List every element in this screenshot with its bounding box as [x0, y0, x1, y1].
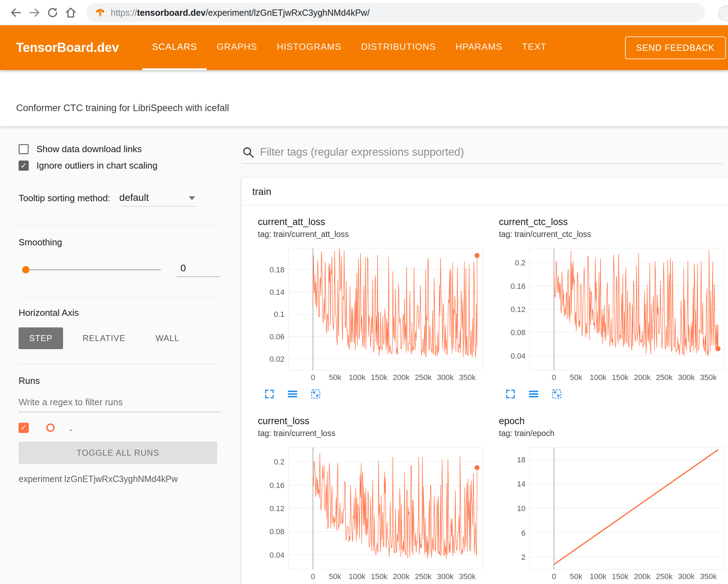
- x-tick-label: 0: [311, 572, 315, 581]
- y-tick-label: 6: [521, 529, 526, 537]
- tab-scalars[interactable]: SCALARS: [142, 25, 207, 70]
- y-tick-label: 0.1: [274, 310, 284, 319]
- chart-current_ctc_loss[interactable]: 0.040.080.120.160.2050k100k150k200k250k3…: [499, 245, 728, 383]
- send-feedback-button[interactable]: SEND FEEDBACK: [625, 36, 726, 59]
- y-tick-label: 0.2: [274, 457, 284, 466]
- run-color-circle-icon[interactable]: [46, 423, 55, 432]
- chart-toolbar: [258, 388, 495, 400]
- chart-current_att_loss[interactable]: 0.020.060.10.140.18050k100k150k200k250k3…: [258, 245, 488, 383]
- run-row: ✓ .: [19, 422, 221, 433]
- settings-sidebar: Show data download links ✓ Ignore outlie…: [0, 126, 231, 584]
- tooltip-sorting-value: default: [119, 192, 149, 203]
- toggle-all-runs-button[interactable]: TOGGLE ALL RUNS: [19, 442, 217, 464]
- x-tick-label: 0: [552, 373, 556, 382]
- chart-title: current_ctc_loss: [499, 217, 728, 228]
- url-path: /experiment/lzGnETjwRxC3yghNMd4kPw/: [206, 8, 370, 18]
- checkbox-checked-icon[interactable]: ✓: [19, 161, 29, 171]
- y-tick-label: 0.18: [269, 265, 284, 274]
- tab-hparams[interactable]: HPARAMS: [446, 25, 512, 70]
- expand-icon: [505, 388, 516, 400]
- chart-tag: tag: train/current_ctc_loss: [499, 230, 728, 239]
- x-tick-label: 150k: [371, 572, 388, 581]
- y-tick-label: 0.06: [269, 332, 284, 341]
- toggle-log-scale-button[interactable]: [527, 388, 540, 400]
- expand-chart-button[interactable]: [504, 388, 517, 400]
- chart-toolbar: [499, 388, 728, 400]
- home-button[interactable]: [62, 4, 80, 22]
- show-download-links-checkbox-row[interactable]: Show data download links: [19, 144, 221, 155]
- experiment-id-label: experiment lzGnETjwRxC3yghNMd4kPw: [19, 474, 221, 484]
- x-tick-label: 300k: [678, 572, 695, 581]
- chart-card-current_loss: current_losstag: train/current_loss0.040…: [258, 416, 495, 584]
- show-download-links-label: Show data download links: [36, 144, 142, 155]
- relative-axis-button[interactable]: RELATIVE: [72, 327, 136, 349]
- step-axis-button[interactable]: STEP: [19, 327, 63, 349]
- toggle-log-scale-button[interactable]: [286, 388, 299, 400]
- checkbox-unchecked-icon[interactable]: [19, 144, 29, 154]
- x-tick-label: 100k: [590, 572, 607, 581]
- expand-chart-button[interactable]: [263, 388, 276, 400]
- fit-domain-button[interactable]: [550, 388, 563, 400]
- browser-chrome: https://tensorboard.dev/experiment/lzGnE…: [0, 0, 728, 25]
- x-tick-label: 0: [311, 373, 315, 382]
- tab-graphs[interactable]: GRAPHS: [207, 25, 267, 70]
- final-point-dot[interactable]: [475, 253, 480, 258]
- x-tick-label: 50k: [570, 373, 582, 382]
- chart-card-epoch: epochtag: train/epoch26101418050k100k150…: [499, 416, 728, 584]
- experiment-title: Conformer CTC training for LibriSpeech w…: [16, 103, 229, 114]
- smoothing-value-field[interactable]: 0: [177, 263, 220, 277]
- fit-domain-button[interactable]: [309, 388, 322, 400]
- profile-avatar[interactable]: [718, 6, 728, 21]
- tab-distributions[interactable]: DISTRIBUTIONS: [351, 25, 446, 70]
- tag-group-title[interactable]: train: [242, 178, 728, 205]
- top-nav: SCALARS GRAPHS HISTOGRAMS DISTRIBUTIONS …: [142, 25, 556, 70]
- final-point-dot[interactable]: [716, 346, 721, 351]
- filter-tags-row: [242, 146, 722, 164]
- runs-filter-input[interactable]: [19, 397, 221, 412]
- smoothing-slider[interactable]: [23, 269, 161, 270]
- smoothing-slider-thumb[interactable]: [22, 266, 29, 273]
- back-button[interactable]: [7, 4, 25, 22]
- chart-current_loss[interactable]: 0.040.080.120.160.2050k100k150k200k250k3…: [258, 444, 488, 583]
- x-tick-label: 350k: [459, 572, 476, 581]
- x-tick-label: 50k: [570, 572, 582, 581]
- y-tick-label: 0.14: [269, 288, 284, 297]
- forward-button[interactable]: [25, 4, 43, 22]
- chart-tag: tag: train/current_att_loss: [258, 230, 495, 239]
- y-tick-label: 0.16: [269, 481, 284, 490]
- y-tick-label: 0.12: [510, 305, 526, 314]
- experiment-title-bar: Conformer CTC training for LibriSpeech w…: [0, 70, 728, 126]
- wall-axis-button[interactable]: WALL: [145, 327, 190, 349]
- charts-grid: current_att_losstag: train/current_att_l…: [242, 205, 728, 584]
- x-tick-label: 250k: [656, 572, 673, 581]
- chart-epoch[interactable]: 26101418050k100k150k200k250k300k350k: [499, 444, 728, 583]
- horizontal-axis-segmented: STEP RELATIVE WALL: [19, 327, 221, 349]
- run-checkbox-checked-icon[interactable]: ✓: [19, 423, 29, 433]
- y-tick-label: 0.2: [515, 258, 526, 267]
- fit-data-icon: [551, 388, 562, 400]
- chart-tag: tag: train/current_loss: [258, 429, 495, 438]
- tooltip-sorting-dropdown[interactable]: default: [119, 192, 197, 206]
- url-scheme: https://: [111, 8, 137, 18]
- tab-text[interactable]: TEXT: [512, 25, 556, 70]
- chevron-down-icon: [189, 196, 195, 200]
- final-point-dot[interactable]: [475, 465, 480, 470]
- x-tick-label: 150k: [612, 373, 629, 382]
- chart-card-current_ctc_loss: current_ctc_losstag: train/current_ctc_l…: [499, 217, 728, 400]
- x-tick-label: 0: [552, 572, 556, 581]
- filter-tags-input[interactable]: [260, 146, 722, 158]
- tab-histograms[interactable]: HISTOGRAMS: [267, 25, 351, 70]
- url-bar[interactable]: https://tensorboard.dev/experiment/lzGnE…: [86, 3, 705, 22]
- y-tick-label: 18: [517, 455, 526, 464]
- y-tick-label: 0.12: [269, 504, 284, 513]
- reload-button[interactable]: [43, 4, 62, 22]
- chart-title: current_att_loss: [258, 217, 495, 228]
- y-tick-label: 0.08: [269, 527, 284, 536]
- reload-icon: [47, 7, 59, 19]
- app-brand: TensorBoard.dev: [16, 40, 142, 55]
- smoothing-slider-row: 0: [19, 263, 221, 277]
- ignore-outliers-checkbox-row[interactable]: ✓ Ignore outliers in chart scaling: [19, 160, 221, 171]
- tag-group-card: train current_att_losstag: train/current…: [242, 178, 728, 584]
- x-tick-label: 300k: [678, 373, 695, 382]
- x-tick-label: 150k: [371, 373, 388, 382]
